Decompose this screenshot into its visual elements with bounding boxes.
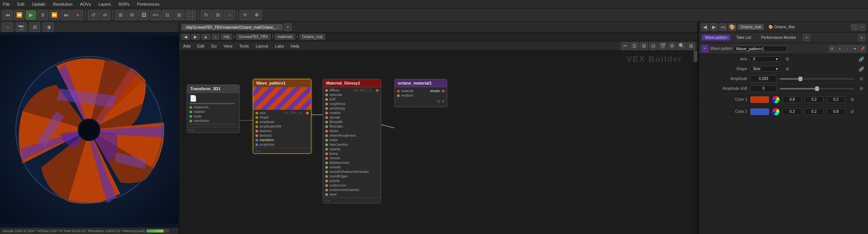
amplitude-gear-btn[interactable]: ⚙ [857,75,865,83]
node-cut-btn[interactable]: ✂ [621,42,629,50]
render-settings-btn[interactable]: ⚙ [127,10,137,20]
play-prev-btn[interactable]: ⏪ [14,10,25,20]
node-canvas-scrollbar[interactable] [694,51,697,234]
shape-chain-btn[interactable]: 🔗 [857,65,865,73]
node-octane-material1[interactable]: octane_material1 material shader medium … [394,79,447,107]
scrollbar-thumb[interactable] [694,51,697,62]
path-materials[interactable]: materials [275,34,295,40]
menu-file[interactable]: File [2,2,11,6]
tab-take-list[interactable]: Take List [733,35,755,40]
props-maximize-btn[interactable]: ⛶ [851,24,858,31]
node-material-glossy1[interactable]: Material_Glossy1 diffuse NT_MAT_G... spe… [323,79,381,203]
color2-swatch[interactable] [750,108,769,115]
node-search-btn[interactable]: 🔍 [677,42,686,50]
node-menu-go[interactable]: Go [210,44,219,48]
props-forward-btn[interactable]: ▶ [710,23,718,31]
tab-performance-monitor[interactable]: Performance Monitor [757,35,800,40]
node-menu-help[interactable]: Help [289,44,301,48]
node-wave-pattern1[interactable]: Wave_pattern1 axis NT_TEX_W... shape [253,79,311,154]
node-menu-add[interactable]: Add [182,44,192,48]
color2-gear-btn[interactable]: ⚙ [848,108,856,115]
node-render-btn[interactable]: 🎬 [659,42,667,50]
move-btn[interactable]: ✥ [251,10,262,20]
props-star-btn[interactable]: ★ [851,45,858,52]
node-menu-layout[interactable]: Layout [254,44,270,48]
axis-chain-btn[interactable]: 🔗 [857,55,865,63]
color1-r[interactable]: 0.8 [783,96,802,103]
play-stop-btn[interactable]: ⏸ [37,10,48,20]
tab-wave-pattern[interactable]: Wave pattern [702,35,730,40]
props-gear-btn[interactable]: ⚙ [829,45,836,52]
props-help-btn[interactable]: ≡ [836,45,843,52]
viewport-grid-btn[interactable]: ⊞ [29,22,40,32]
amp-shift-thumb[interactable] [815,86,819,91]
snap-btn[interactable]: ✛ [240,10,250,20]
ipr-btn[interactable]: IPR [150,10,161,20]
menu-aovs[interactable]: AOVs [78,2,92,6]
play-next-btn[interactable]: ⏩ [49,10,60,20]
color1-picker[interactable] [772,96,780,103]
fullscreen-btn[interactable]: ⛶ [185,10,196,20]
play-end-btn[interactable]: ⏭ [61,10,71,20]
props-obj-btn[interactable]: obj [719,23,727,31]
node-transform-3d1[interactable]: Transform_3D1 📄 rotationOr... rotation [187,85,240,133]
play-start-btn[interactable]: ⏮ [2,10,13,20]
color2-r[interactable]: 0.2 [783,108,802,115]
play-btn[interactable]: ▶ [26,10,36,20]
menu-rops[interactable]: ROPs [117,2,131,6]
amp-shift-slider[interactable] [780,88,854,89]
viewport-home-btn[interactable]: ⌂ [2,22,13,32]
path-forward-btn[interactable]: ▶ [191,34,200,40]
color1-b[interactable]: 0.2 [826,96,845,103]
node-menu-edit[interactable]: Edit [196,44,206,48]
axis-gear-btn[interactable]: ⚙ [783,55,791,63]
add-tab-btn[interactable]: + [284,23,292,31]
prop-shape-dropdown[interactable]: Sine ▾ [750,66,780,72]
menu-layers[interactable]: Layers [97,2,112,6]
path-octane-mat[interactable]: Octane_mat [299,34,325,40]
props-info-btn[interactable]: i [844,45,851,52]
shape-gear-btn[interactable]: ⚙ [783,65,791,73]
props-pin-btn[interactable]: 📌 [859,45,866,52]
circle-btn[interactable]: ○ [224,10,235,20]
tab-add-btn[interactable]: + [803,34,810,41]
viewport-cam-btn[interactable]: 📷 [16,22,26,32]
node-grid2-btn[interactable]: ⊟ [649,42,657,50]
prop-amp-shift-value[interactable]: 0 [750,85,777,92]
node-canvas[interactable]: VEX Builder Transform_3D1 📄 [179,51,697,234]
render-region-btn[interactable]: ⊞ [115,10,126,20]
menu-edit[interactable]: Edit [16,2,26,6]
color2-picker[interactable] [772,108,780,115]
node-list-btn[interactable]: ☰ [630,42,639,50]
path-home-btn[interactable]: ⌂ [212,34,219,40]
path-back-btn[interactable]: ◀ [182,34,190,40]
node-settings-btn[interactable]: ⚙ [668,42,676,50]
flip-btn[interactable]: ⇄ [100,10,110,20]
node-zoom-fit-btn[interactable]: ⊞ [687,42,695,50]
path-obj[interactable]: /obj [221,34,232,40]
grid-btn[interactable]: ⊞ [174,10,184,20]
props-tab-octane-mat[interactable]: Octane_mat [737,24,764,30]
color1-gear-btn[interactable]: ⚙ [848,96,856,103]
props-content[interactable]: Axis X ▾ ⚙ 🔗 Shape Sine ▾ ⚙ 🔗 [699,54,868,234]
props-tab-octane-mat2[interactable]: 🎨 Octane_Mat [765,24,797,30]
props-back-btn[interactable]: ◀ [701,23,709,31]
menu-resolution[interactable]: Resolution [51,2,74,6]
node-menu-tools[interactable]: Tools [238,44,251,48]
color2-b[interactable]: 0.8 [826,108,845,115]
node-menu-labs[interactable]: Labs [274,44,286,48]
color2-g[interactable]: 0.2 [805,108,823,115]
path-up-btn[interactable]: ▲ [201,34,210,40]
prop-axis-dropdown[interactable]: X ▾ [750,56,780,62]
props-mat-btn[interactable]: 🎨 [728,23,736,31]
prop-amplitude-value[interactable]: 0.283 [750,75,777,82]
viewport-content[interactable] [0,32,179,227]
path-screws[interactable]: ScrewsFBX_FBX [236,34,271,40]
amp-shift-gear-btn[interactable]: ⚙ [857,85,865,92]
reset-btn[interactable]: ↺ [88,10,98,20]
wave-name-input[interactable] [734,46,787,52]
menu-update[interactable]: Update [31,2,47,6]
render-btn[interactable]: 🖼 [139,10,149,20]
record-btn[interactable]: ● [72,10,83,20]
node-menu-view[interactable]: View [222,44,234,48]
